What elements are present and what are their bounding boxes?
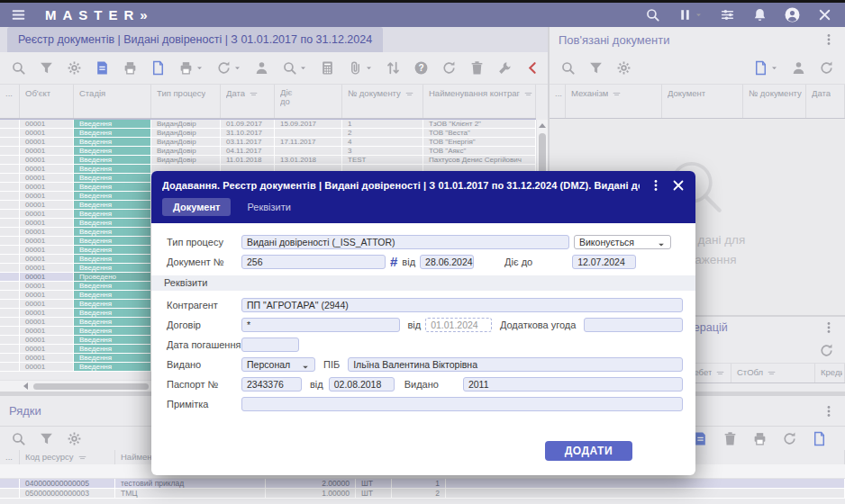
modal-body: Тип процесу Видані довіреності (_ISS_ATT… (151, 223, 695, 468)
column-header[interactable]: Код ресурсу (20, 450, 115, 464)
search-icon[interactable] (11, 431, 26, 446)
vertical-scroll-thumb[interactable] (539, 133, 546, 175)
kebab-menu-icon[interactable] (822, 320, 836, 335)
scroll-up-arrow-icon[interactable] (539, 123, 546, 128)
column-header[interactable]: ... (0, 450, 20, 464)
note-label: Примітка (167, 399, 241, 410)
registry-tab[interactable]: Реєстр документів | Видані довіреності |… (7, 27, 383, 52)
clip-icon[interactable] (348, 60, 373, 76)
column-header[interactable]: Стадія (74, 85, 151, 118)
full-name-field[interactable]: Ільїна Валентина Вікторівна (348, 357, 683, 372)
column-header[interactable]: Тип процесу (151, 85, 221, 118)
status-select[interactable]: Виконується (574, 235, 671, 249)
hamburger-menu-icon[interactable] (11, 8, 27, 22)
column-header[interactable]: Найменування контрагента (423, 85, 536, 118)
column-header[interactable]: Механізм (566, 85, 662, 118)
filter-icon[interactable] (588, 60, 604, 76)
wrench-icon[interactable] (497, 60, 513, 76)
doc-icon[interactable] (150, 60, 166, 76)
contract-date-field[interactable]: 01.01.2024 (425, 318, 492, 332)
help-icon[interactable] (413, 60, 429, 76)
column-header[interactable]: СтОбл (731, 364, 815, 382)
sliders-icon[interactable] (720, 7, 735, 22)
person-icon[interactable] (791, 60, 806, 76)
table-row[interactable]: 00001ВведенняВиданДовір11.01.201813.01.2… (0, 156, 536, 165)
extra-agreement-field[interactable] (584, 318, 683, 332)
close-icon[interactable] (671, 178, 685, 192)
table-row[interactable]: 00001ВведенняВиданДовір04.11.20173ТОВ "А… (0, 147, 536, 156)
passport-date-field[interactable]: 02.08.2018 (329, 377, 395, 392)
table-row[interactable]: 00001ВведенняВиданДовір01.09.201715.09.2… (0, 120, 536, 129)
kebab-menu-icon[interactable] (822, 32, 836, 47)
column-header[interactable]: № документу (342, 85, 423, 118)
refresh-icon[interactable] (819, 343, 834, 358)
doc-number-field[interactable]: 256 (241, 255, 386, 269)
refresh-icon[interactable] (819, 60, 834, 76)
bell-icon[interactable] (752, 7, 768, 22)
column-header[interactable]: Дата (221, 85, 275, 118)
logo-chevrons: » (140, 7, 147, 22)
tab-document[interactable]: Документ (162, 198, 231, 216)
refresh-icon[interactable] (782, 431, 797, 446)
pause-icon[interactable] (677, 7, 703, 22)
gear-icon[interactable] (67, 431, 82, 446)
process-type-field[interactable]: Видані довіреності (_ISS_ATTOR) (241, 235, 569, 249)
doc-icon[interactable] (753, 60, 778, 76)
passport-number-field[interactable]: 2343376 (241, 377, 302, 392)
passport-issued-by-field[interactable]: 2011 (463, 377, 683, 392)
filter-icon[interactable] (39, 431, 54, 446)
add-button[interactable]: ДОДАТИ (545, 441, 632, 461)
filter-icon[interactable] (39, 60, 54, 76)
column-header[interactable]: Документ (662, 85, 743, 118)
search-icon[interactable] (11, 60, 26, 76)
table-row[interactable]: 050000000000003ТМЦ1.00000ШТ2 (0, 489, 845, 499)
column-header[interactable]: ... (0, 85, 20, 118)
refresh-icon[interactable] (441, 60, 457, 76)
kebab-menu-icon[interactable] (649, 178, 662, 192)
gear-icon[interactable] (616, 60, 631, 76)
contract-field[interactable]: * (241, 318, 400, 332)
doc-icon[interactable] (812, 431, 827, 446)
scroll-left-arrow-icon[interactable] (23, 382, 28, 390)
search-icon[interactable] (560, 60, 576, 76)
note-field[interactable] (241, 397, 683, 411)
issued-select[interactable]: Персонал (241, 357, 315, 372)
related-toolbar-left (560, 60, 631, 76)
column-header[interactable]: № документу (743, 85, 806, 118)
search-icon[interactable] (282, 60, 307, 76)
column-header[interactable]: Об'єкт (20, 85, 74, 118)
person-icon[interactable] (254, 60, 269, 76)
printer-icon[interactable] (123, 60, 138, 76)
close-icon[interactable] (817, 7, 832, 22)
repayment-date-field[interactable] (241, 338, 299, 352)
gear-icon[interactable] (67, 60, 82, 76)
trash-icon[interactable] (722, 431, 738, 446)
chevl-icon[interactable] (525, 60, 541, 76)
table-row[interactable]: 040000000000005тестовий приклад2.00000ШТ… (0, 479, 845, 489)
hash-icon[interactable]: # (390, 255, 397, 268)
column-header[interactable]: Кредит (815, 364, 845, 382)
tab-requisites[interactable]: Реквізити (236, 198, 301, 216)
printer-icon[interactable] (178, 60, 204, 76)
table-row[interactable]: 00001ВведенняВиданДовір31.10.20172ТОВ "В… (0, 129, 536, 138)
refresh-icon[interactable] (216, 60, 241, 76)
table-row[interactable]: 00001ВведенняВиданДовір03.11.201717.11.2… (0, 138, 536, 147)
doc-fill-icon[interactable] (95, 60, 110, 76)
column-header[interactable]: Діє до (275, 85, 342, 118)
swap-icon[interactable] (386, 60, 401, 76)
horizontal-scroll-thumb[interactable] (33, 383, 149, 390)
avatar-icon[interactable] (785, 7, 800, 22)
valid-to-field[interactable]: 12.07.2024 (572, 255, 636, 269)
column-header[interactable]: ... (550, 85, 566, 118)
extra-agreement-label: Додаткова угода (500, 320, 576, 330)
kebab-menu-icon[interactable] (822, 404, 836, 418)
repayment-date-label: Дата погашення (167, 339, 241, 350)
column-header[interactable]: Дата (806, 85, 845, 118)
printer-icon[interactable] (752, 431, 768, 446)
search-icon[interactable] (645, 7, 660, 22)
trash-icon[interactable] (469, 60, 485, 76)
full-name-label: ПІБ (323, 359, 340, 370)
calc-icon[interactable] (320, 60, 335, 76)
doc-date-field[interactable]: 28.06.2024 (420, 255, 474, 269)
contractor-field[interactable]: ПП "АГРОТАРА" (2944) (241, 298, 683, 312)
